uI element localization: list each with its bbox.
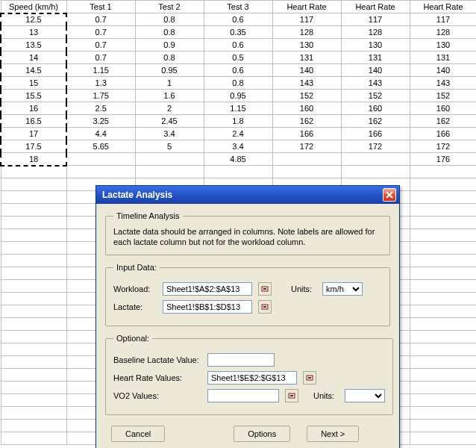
cell[interactable]: 0.35 xyxy=(204,26,272,39)
cell[interactable]: 130 xyxy=(272,39,341,52)
cell[interactable]: 4.4 xyxy=(66,128,135,140)
cell[interactable]: 18 xyxy=(1,153,66,166)
cell[interactable] xyxy=(410,178,476,191)
cell[interactable]: 3.4 xyxy=(204,140,272,153)
cell[interactable]: 2 xyxy=(135,102,204,115)
cell[interactable] xyxy=(66,153,135,166)
cell[interactable]: 0.7 xyxy=(66,26,135,39)
cell[interactable]: 0.8 xyxy=(135,13,204,26)
cell[interactable] xyxy=(410,293,476,305)
cell[interactable] xyxy=(1,420,66,432)
workload-input[interactable] xyxy=(163,282,252,296)
close-icon[interactable] xyxy=(383,188,396,202)
cell[interactable] xyxy=(410,267,476,280)
cell[interactable] xyxy=(1,191,66,204)
cell[interactable]: 0.7 xyxy=(66,13,135,26)
cell[interactable]: 172 xyxy=(410,140,476,153)
cell[interactable]: 166 xyxy=(272,128,341,140)
cell[interactable]: 3.4 xyxy=(135,128,204,140)
cell[interactable] xyxy=(410,242,476,255)
cell[interactable]: 128 xyxy=(341,26,410,39)
cell[interactable] xyxy=(1,318,66,331)
cell[interactable] xyxy=(1,432,66,445)
cell[interactable]: 162 xyxy=(341,115,410,128)
cell[interactable]: 131 xyxy=(410,52,476,64)
cell[interactable]: 140 xyxy=(410,64,476,77)
cell[interactable] xyxy=(1,293,66,305)
cell[interactable] xyxy=(410,356,476,369)
col-header-speed[interactable]: Speed (km/h) xyxy=(1,1,66,13)
cell[interactable] xyxy=(410,217,476,229)
cell[interactable]: 0.7 xyxy=(66,39,135,52)
cell[interactable]: 0.95 xyxy=(204,90,272,102)
cell[interactable]: 12.5 xyxy=(1,13,66,26)
col-header[interactable]: Test 1 xyxy=(66,1,135,13)
cell[interactable]: 5.65 xyxy=(66,140,135,153)
cell[interactable] xyxy=(410,229,476,242)
cell[interactable] xyxy=(1,407,66,420)
cell[interactable] xyxy=(1,305,66,318)
cell[interactable] xyxy=(272,153,341,166)
cell[interactable]: 17.5 xyxy=(1,140,66,153)
cell[interactable]: 14.5 xyxy=(1,64,66,77)
col-header[interactable]: Test 3 xyxy=(204,1,272,13)
cell[interactable]: 172 xyxy=(341,140,410,153)
cell[interactable]: 160 xyxy=(272,102,341,115)
cell[interactable]: 1 xyxy=(135,77,204,90)
cell[interactable]: 4.85 xyxy=(204,153,272,166)
cell[interactable] xyxy=(1,166,66,178)
col-header[interactable]: Heart Rate xyxy=(272,1,341,13)
cell[interactable]: 13.5 xyxy=(1,39,66,52)
cell[interactable]: 2.4 xyxy=(204,128,272,140)
cell[interactable] xyxy=(1,178,66,191)
col-header[interactable]: Test 2 xyxy=(135,1,204,13)
cell[interactable]: 0.6 xyxy=(204,64,272,77)
cell[interactable] xyxy=(410,369,476,382)
cell[interactable]: 140 xyxy=(272,64,341,77)
baseline-input[interactable] xyxy=(207,353,275,367)
cell[interactable] xyxy=(1,267,66,280)
cell[interactable]: 14 xyxy=(1,52,66,64)
cell[interactable] xyxy=(410,191,476,204)
cell[interactable] xyxy=(1,356,66,369)
options-button[interactable]: Options xyxy=(234,426,290,442)
cell[interactable]: 15.5 xyxy=(1,90,66,102)
cell[interactable] xyxy=(410,305,476,318)
cell[interactable]: 117 xyxy=(272,13,341,26)
cell[interactable]: 143 xyxy=(410,77,476,90)
cell[interactable]: 172 xyxy=(272,140,341,153)
cell[interactable]: 17 xyxy=(1,128,66,140)
cell[interactable] xyxy=(341,153,410,166)
col-header[interactable]: Heart Rate xyxy=(410,1,476,13)
cell[interactable]: 152 xyxy=(410,90,476,102)
vo2-units-select[interactable] xyxy=(345,389,385,402)
cell[interactable]: 152 xyxy=(272,90,341,102)
cell[interactable]: 0.8 xyxy=(135,52,204,64)
range-picker-icon[interactable] xyxy=(258,300,272,314)
cell[interactable]: 1.75 xyxy=(66,90,135,102)
cell[interactable] xyxy=(1,394,66,407)
cell[interactable] xyxy=(1,242,66,255)
cell[interactable]: 160 xyxy=(410,102,476,115)
cell[interactable]: 166 xyxy=(341,128,410,140)
cell[interactable] xyxy=(272,166,341,178)
cell[interactable]: 2.45 xyxy=(135,115,204,128)
cell[interactable]: 152 xyxy=(341,90,410,102)
cell[interactable] xyxy=(410,331,476,343)
cancel-button[interactable]: Cancel xyxy=(111,426,165,442)
cell[interactable] xyxy=(410,407,476,420)
cell[interactable] xyxy=(410,394,476,407)
cell[interactable] xyxy=(410,204,476,217)
cell[interactable]: 162 xyxy=(410,115,476,128)
cell[interactable]: 5 xyxy=(135,140,204,153)
cell[interactable] xyxy=(410,432,476,445)
cell[interactable]: 131 xyxy=(341,52,410,64)
cell[interactable]: 143 xyxy=(272,77,341,90)
cell[interactable] xyxy=(66,166,135,178)
cell[interactable] xyxy=(410,382,476,394)
cell[interactable]: 130 xyxy=(410,39,476,52)
cell[interactable] xyxy=(1,369,66,382)
cell[interactable]: 3.25 xyxy=(66,115,135,128)
cell[interactable]: 13 xyxy=(1,26,66,39)
hr-input[interactable] xyxy=(207,371,297,385)
